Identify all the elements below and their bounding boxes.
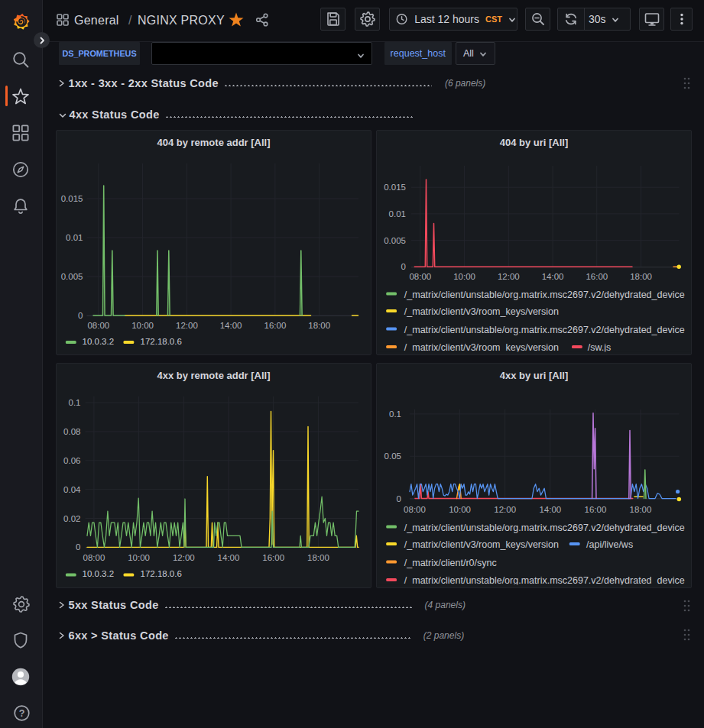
svg-text:/api/live/ws: /api/live/ws [586,539,633,550]
svg-text:08:00: 08:00 [83,553,105,562]
svg-text:14:00: 14:00 [542,272,564,281]
svg-text:14:00: 14:00 [217,553,239,562]
svg-text:0.1: 0.1 [389,409,401,419]
svg-text:0.005: 0.005 [384,236,406,245]
svg-text:0.04: 0.04 [63,485,81,494]
svg-text:0.01: 0.01 [66,233,83,242]
svg-text:0.02: 0.02 [63,514,80,523]
svg-text:0.08: 0.08 [63,427,80,436]
svg-text:08:00: 08:00 [404,505,426,514]
svg-text:0.015: 0.015 [60,194,83,203]
svg-text:18:00: 18:00 [630,272,652,281]
svg-text:16:00: 16:00 [586,272,608,281]
svg-text:0.06: 0.06 [63,456,80,465]
svg-text:0: 0 [78,311,83,320]
svg-text:12:00: 12:00 [498,272,520,281]
svg-text:0: 0 [401,262,406,271]
svg-text:/_matrix/client/v3/room_keys/v: /_matrix/client/v3/room_keys/version [404,342,559,353]
svg-text:0.015: 0.015 [384,183,406,192]
svg-text:/_matrix/client/r0/sync: /_matrix/client/r0/sync [404,558,497,568]
svg-text:10:00: 10:00 [449,505,471,514]
svg-text:4xx by uri [All]: 4xx by uri [All] [500,370,569,381]
svg-text:/_matrix/client/v3/room_keys/v: /_matrix/client/v3/room_keys/version [404,539,559,550]
svg-text:12:00: 12:00 [176,321,198,330]
svg-text:18:00: 18:00 [308,321,330,330]
svg-text:10.0.3.2: 10.0.3.2 [82,337,114,346]
svg-text:0: 0 [76,542,80,552]
svg-text:0.1: 0.1 [68,398,80,407]
svg-text:/sw.js: /sw.js [588,342,612,353]
svg-text:/_matrix/client/unstable/org.m: /_matrix/client/unstable/org.matrix.msc2… [404,325,685,335]
svg-text:404 by remote addr [All]: 404 by remote addr [All] [157,137,270,148]
svg-text:14:00: 14:00 [539,505,561,514]
svg-text:0.005: 0.005 [60,272,83,281]
svg-text:0: 0 [397,494,401,503]
svg-text:0.05: 0.05 [384,451,401,461]
svg-text:08:00: 08:00 [87,321,109,330]
svg-text:14:00: 14:00 [219,321,242,330]
svg-text:/_matrix/client/unstable/org.m: /_matrix/client/unstable/org.matrix.msc2… [404,575,685,586]
svg-text:18:00: 18:00 [307,553,329,562]
svg-text:404 by uri [All]: 404 by uri [All] [500,137,569,148]
svg-text:16:00: 16:00 [585,505,607,514]
svg-text:?: ? [18,708,24,719]
svg-text:172.18.0.6: 172.18.0.6 [140,569,181,578]
svg-text:16:00: 16:00 [262,553,284,562]
svg-text:12:00: 12:00 [494,505,516,514]
svg-text:12:00: 12:00 [172,553,194,562]
svg-text:10:00: 10:00 [128,553,150,562]
svg-text:10:00: 10:00 [131,321,154,330]
svg-text:/_matrix/client/v3/room_keys/v: /_matrix/client/v3/room_keys/version [404,306,559,317]
svg-text:172.18.0.6: 172.18.0.6 [140,337,181,346]
svg-text:/_matrix/client/unstable/org.m: /_matrix/client/unstable/org.matrix.msc2… [404,290,685,300]
svg-text:18:00: 18:00 [630,505,652,514]
svg-text:16:00: 16:00 [264,321,286,330]
svg-text:4xx by remote addr [All]: 4xx by remote addr [All] [157,370,270,381]
svg-text:08:00: 08:00 [409,272,431,281]
svg-text:/_matrix/client/unstable/org.m: /_matrix/client/unstable/org.matrix.msc2… [404,523,685,533]
svg-text:0.01: 0.01 [389,209,406,218]
svg-text:10.0.3.2: 10.0.3.2 [82,569,114,578]
svg-text:10:00: 10:00 [453,272,475,281]
